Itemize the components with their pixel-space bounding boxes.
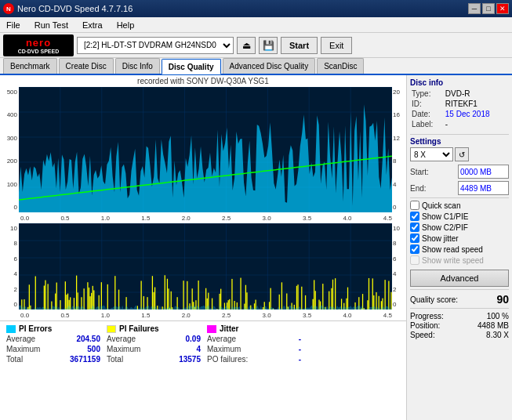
lower-chart-canvas (19, 223, 392, 310)
y-upper-0: 0 (0, 204, 19, 211)
xl-3.5: 3.5 (303, 312, 311, 319)
start-field-row: Start: (410, 165, 509, 179)
quick-scan-label: Quick scan (422, 201, 460, 210)
y-r-lower-0: 0 (392, 301, 406, 308)
advanced-button[interactable]: Advanced (410, 270, 509, 287)
y-lower-10: 10 (0, 225, 19, 232)
app-icon: N (3, 3, 14, 14)
show-c2pif-checkbox[interactable] (410, 223, 419, 232)
x-1.5: 1.5 (141, 215, 150, 222)
xl-1.5: 1.5 (141, 312, 150, 319)
show-c2pif-label: Show C2/PIF (422, 223, 468, 232)
y-r-lower-10: 10 (392, 225, 406, 232)
eject-icon[interactable]: ⏏ (237, 37, 256, 54)
y-r-upper-12: 12 (392, 135, 406, 142)
legend-pi-errors: PI Errors Average 204.50 Maximum 500 Tot… (6, 324, 100, 357)
xl-1.0: 1.0 (101, 312, 110, 319)
pi-errors-color-box (6, 325, 16, 333)
tab-benchmark[interactable]: Benchmark (3, 58, 57, 74)
y-r-lower-8: 8 (392, 240, 406, 247)
x-2.0: 2.0 (182, 215, 191, 222)
save-icon[interactable]: 💾 (259, 37, 278, 54)
divider-2 (410, 197, 509, 198)
title-bar-left: N Nero CD-DVD Speed 4.7.7.16 (3, 3, 133, 14)
start-button[interactable]: Start (281, 37, 318, 54)
disc-id-label: ID: (410, 99, 444, 109)
show-write-speed-checkbox[interactable] (410, 255, 419, 265)
y-lower-4: 4 (0, 270, 19, 277)
tab-scandisc[interactable]: ScanDisc (317, 58, 364, 74)
chart-area: recorded with SONY DW-Q30A YSG1 500 400 … (0, 75, 406, 420)
divider-4 (410, 308, 509, 309)
menu-file[interactable]: File (3, 19, 24, 31)
start-field-input[interactable] (458, 165, 509, 179)
close-button[interactable]: ✕ (496, 3, 509, 14)
disc-info-table: Type: DVD-R ID: RITEKF1 Date: 15 Dec 201… (410, 89, 509, 129)
y-lower-0: 0 (0, 301, 19, 308)
xl-4.0: 4.0 (343, 312, 351, 319)
disc-date-label: Date: (410, 109, 444, 119)
start-field-label: Start: (410, 168, 429, 176)
x-0.5: 0.5 (60, 215, 69, 222)
disc-id-value: RITEKF1 (444, 99, 509, 109)
end-field-input[interactable] (458, 181, 509, 195)
maximize-button[interactable]: □ (482, 3, 495, 14)
legend-jitter: Jitter Average - Maximum - PO failures: … (207, 324, 301, 357)
pi-failures-color-box (107, 325, 116, 333)
disc-id-row: ID: RITEKF1 (410, 99, 509, 109)
tab-advanced-disc-quality[interactable]: Advanced Disc Quality (223, 58, 316, 74)
tab-disc-quality[interactable]: Disc Quality (162, 59, 221, 74)
settings-refresh-btn[interactable]: ↺ (455, 147, 469, 161)
disc-type-value: DVD-R (444, 89, 509, 99)
menu-bar: File Run Test Extra Help (0, 17, 512, 33)
y-r-upper-4: 4 (392, 181, 406, 188)
pi-failures-total-row: Total 13575 (107, 355, 201, 364)
menu-help[interactable]: Help (114, 19, 138, 31)
show-read-speed-label: Show read speed (422, 245, 483, 254)
minimize-button[interactable]: ─ (468, 3, 481, 14)
show-jitter-row: Show jitter (410, 234, 509, 243)
jitter-average-row: Average - (207, 335, 301, 343)
drive-selector[interactable]: [2:2] HL-DT-ST DVDRAM GH24NSD0 LH00 (77, 37, 234, 54)
x-axis-lower: 0.0 0.5 1.0 1.5 2.0 2.5 3.0 3.5 4.0 4.5 (0, 310, 406, 320)
tab-create-disc[interactable]: Create Disc (59, 58, 114, 74)
jitter-color-box (207, 325, 216, 333)
show-jitter-label: Show jitter (422, 234, 459, 243)
y-axis-left-upper: 500 400 300 200 100 0 (0, 87, 19, 212)
y-r-lower-6: 6 (392, 255, 406, 262)
legend-pi-errors-title: PI Errors (6, 324, 100, 333)
speed-selector[interactable]: 8 X (410, 147, 453, 161)
chart-title: recorded with SONY DW-Q30A YSG1 (0, 75, 406, 87)
show-jitter-checkbox[interactable] (410, 234, 419, 243)
y-upper-100: 100 (0, 181, 19, 188)
exit-button[interactable]: Exit (321, 37, 352, 54)
menu-runtest[interactable]: Run Test (31, 19, 71, 31)
quality-score-value: 90 (496, 293, 509, 306)
speed-value: 8.30 X (486, 331, 509, 339)
quality-score-label: Quality score: (410, 295, 458, 304)
x-4.0: 4.0 (343, 215, 351, 222)
show-read-speed-checkbox[interactable] (410, 244, 419, 254)
tabs-bar: Benchmark Create Disc Disc Info Disc Qua… (0, 58, 512, 75)
xl-3.0: 3.0 (263, 312, 271, 319)
tab-disc-info[interactable]: Disc Info (115, 58, 160, 74)
divider-3 (410, 289, 509, 290)
quick-scan-checkbox[interactable] (410, 201, 419, 210)
disc-type-label: Type: (410, 89, 444, 99)
speed-settings-row: 8 X ↺ (410, 147, 509, 161)
show-c1pie-label: Show C1/PIE (422, 212, 468, 221)
y-upper-300: 300 (0, 135, 19, 142)
pi-failures-average-row: Average 0.09 (107, 335, 201, 343)
y-r-upper-16: 16 (392, 111, 406, 118)
settings-title: Settings (410, 137, 509, 146)
toolbar: nero CD·DVD SPEED [2:2] HL-DT-ST DVDRAM … (0, 33, 512, 58)
disc-label-row: Label: - (410, 119, 509, 129)
y-upper-500: 500 (0, 89, 19, 96)
y-upper-400: 400 (0, 111, 19, 118)
disc-info-title: Disc info (410, 78, 509, 87)
quick-scan-row: Quick scan (410, 201, 509, 210)
disc-date-value: 15 Dec 2018 (444, 109, 509, 119)
show-c1pie-checkbox[interactable] (410, 212, 419, 221)
menu-extra[interactable]: Extra (79, 19, 106, 31)
main-content: recorded with SONY DW-Q30A YSG1 500 400 … (0, 75, 512, 420)
